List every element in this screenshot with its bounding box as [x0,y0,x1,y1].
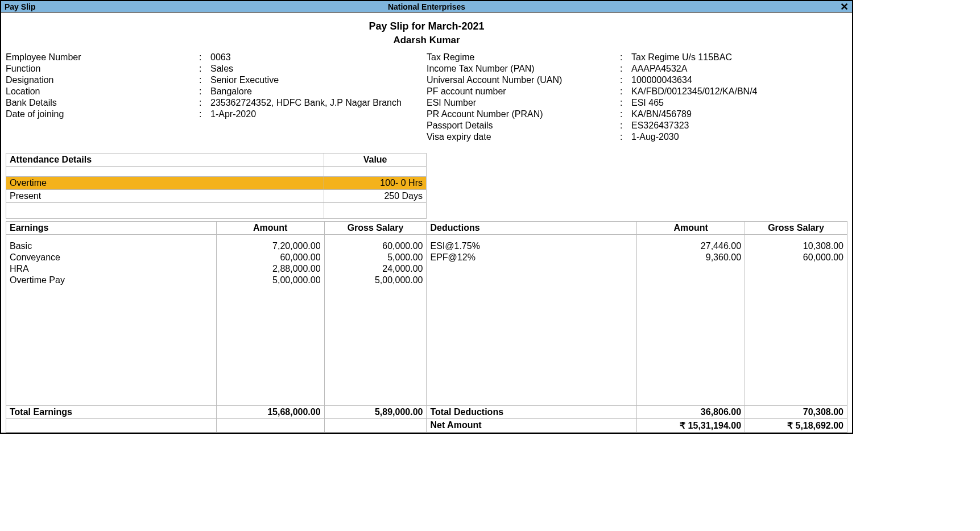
info-value: Sales [210,64,427,74]
earnings-gross-header: Gross Salary [324,222,427,235]
info-value: 235362724352, HDFC Bank, J.P Nagar Branc… [210,98,427,108]
deduction-name: EPF@12% [430,252,633,263]
employee-name: Adarsh Kumar [6,35,847,52]
info-label: Passport Details [427,121,620,131]
total-earnings-amount: 15,68,000.00 [216,405,324,418]
info-value: 1-Apr-2020 [210,109,427,119]
attendance-value: 100- 0 Hrs [324,177,427,190]
attendance-row[interactable]: Present250 Days [6,190,427,203]
info-value: 1-Aug-2030 [631,132,847,142]
info-label: Income Tax Number (PAN) [427,64,620,74]
employee-info: Employee Number:0063Function:SalesDesign… [6,52,847,143]
close-icon[interactable]: ✕ [840,2,849,11]
info-label: Visa expiry date [427,132,620,142]
content-area: Pay Slip for March-2021 Adarsh Kumar Emp… [1,13,852,433]
info-line: ESI Number:ESI 465 [427,97,847,109]
attendance-section: Attendance Details Value Overtime100- 0 … [6,153,847,219]
earning-name: Overtime Pay [10,275,213,286]
title-left: Pay Slip [5,2,35,11]
info-value: ESI 465 [631,98,847,108]
page-title: Pay Slip for March-2021 [6,17,847,35]
deduction-amount: 27,446.00 [640,240,741,252]
info-line: Bank Details:235362724352, HDFC Bank, J.… [6,97,427,109]
title-center: National Enterprises [388,2,465,11]
info-value: 100000043634 [631,75,847,85]
info-line: PF account number:KA/FBD/0012345/012/KA/… [427,86,847,97]
info-line: Passport Details:ES326437323 [427,120,847,131]
info-label: Date of joining [6,109,199,119]
earning-name: Conveyance [10,252,213,263]
info-line: Designation:Senior Executive [6,74,427,86]
earnings-amount-header: Amount [216,222,324,235]
attendance-label: Present [6,190,324,203]
info-value: Senior Executive [210,75,427,85]
net-amount-value: ₹ 15,31,194.00 [637,418,745,432]
info-line: PR Account Number (PRAN):KA/BN/456789 [427,109,847,120]
info-label: Universal Account Number (UAN) [427,75,620,85]
info-label: Employee Number [6,52,199,63]
info-label: PR Account Number (PRAN) [427,109,620,119]
info-value: Tax Regime U/s 115BAC [631,52,847,63]
deduction-gross: 10,308.00 [749,240,843,252]
earning-gross: 60,000.00 [328,240,423,252]
info-value: KA/BN/456789 [631,109,847,119]
title-bar: Pay Slip National Enterprises ✕ [1,1,852,13]
earning-amount: 2,88,000.00 [220,263,321,275]
info-value: 0063 [210,52,427,63]
info-label: Designation [6,75,199,85]
total-deductions-gross: 70,308.00 [745,405,847,418]
info-line: Tax Regime:Tax Regime U/s 115BAC [427,52,847,63]
info-right-column: Tax Regime:Tax Regime U/s 115BACIncome T… [427,52,847,143]
earning-gross: 5,00,000.00 [328,275,423,286]
attendance-label: Overtime [6,177,324,190]
info-line: Visa expiry date:1-Aug-2030 [427,131,847,143]
earning-amount: 5,00,000.00 [220,275,321,286]
net-amount-label: Net Amount [427,418,637,432]
info-label: Function [6,64,199,74]
info-label: Location [6,86,199,97]
total-deductions-amount: 36,806.00 [637,405,745,418]
total-earnings-label: Total Earnings [6,405,217,418]
info-label: Tax Regime [427,52,620,63]
info-line: Universal Account Number (UAN):100000043… [427,74,847,86]
net-amount-gross: ₹ 5,18,692.00 [745,418,847,432]
earnings-header: Earnings [6,222,217,235]
earning-amount: 7,20,000.00 [220,240,321,252]
total-earnings-gross: 5,89,000.00 [324,405,427,418]
deduction-gross: 60,000.00 [749,252,843,263]
earning-name: Basic [10,240,213,252]
info-label: ESI Number [427,98,620,108]
deduction-name: ESI@1.75% [430,240,633,252]
deductions-gross-header: Gross Salary [745,222,847,235]
info-label: Bank Details [6,98,199,108]
info-line: Income Tax Number (PAN):AAAPA4532A [427,63,847,74]
earnings-deductions-section: Earnings Amount Gross Salary Deductions … [6,221,847,433]
info-value: Bangalore [210,86,427,97]
total-deductions-label: Total Deductions [427,405,637,418]
earning-amount: 60,000.00 [220,252,321,263]
earnings-deductions-table: Earnings Amount Gross Salary Deductions … [6,221,847,433]
payslip-window: Pay Slip National Enterprises ✕ Pay Slip… [0,0,853,434]
deductions-amount-header: Amount [637,222,745,235]
attendance-row[interactable]: Overtime100- 0 Hrs [6,177,427,190]
attendance-header-label: Attendance Details [6,154,324,167]
info-left-column: Employee Number:0063Function:SalesDesign… [6,52,427,143]
earning-gross: 5,000.00 [328,252,423,263]
deductions-header: Deductions [427,222,637,235]
info-line: Employee Number:0063 [6,52,427,63]
info-value: ES326437323 [631,121,847,131]
attendance-value: 250 Days [324,190,427,203]
attendance-table: Attendance Details Value Overtime100- 0 … [6,153,427,219]
deduction-amount: 9,360.00 [640,252,741,263]
info-label: PF account number [427,86,620,97]
info-value: KA/FBD/0012345/012/KA/BN/4 [631,86,847,97]
earning-gross: 24,000.00 [328,263,423,275]
attendance-header-value: Value [324,154,427,167]
earning-name: HRA [10,263,213,275]
info-line: Function:Sales [6,63,427,74]
info-line: Date of joining:1-Apr-2020 [6,109,427,120]
info-value: AAAPA4532A [631,64,847,74]
info-line: Location:Bangalore [6,86,427,97]
